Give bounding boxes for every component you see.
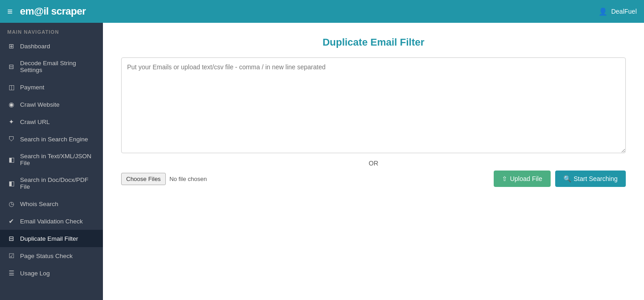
sidebar-item-email-validation[interactable]: ✔ Email Validation Check xyxy=(0,212,103,230)
page-title: Duplicate Email Filter xyxy=(121,36,626,48)
logo: em@il scraper xyxy=(20,5,86,17)
sidebar-item-label: Duplicate Email Filter xyxy=(20,235,78,242)
sidebar-item-search-doc[interactable]: ◧ Search in Doc/Docx/PDF File xyxy=(0,171,103,195)
start-button-label: Start Searching xyxy=(574,175,618,182)
header-left: ≡ em@il scraper xyxy=(7,5,86,17)
username: DealFuel xyxy=(611,8,637,15)
file-input-wrap: Choose Files No file chosen xyxy=(121,173,207,185)
sidebar-item-label: Dashboard xyxy=(20,43,50,50)
user-menu[interactable]: 👤 DealFuel xyxy=(598,7,637,16)
user-icon: 👤 xyxy=(598,7,608,16)
dashboard-icon: ⊞ xyxy=(7,42,15,50)
sidebar-item-label: Email Validation Check xyxy=(20,218,83,225)
email-textarea[interactable] xyxy=(121,57,626,153)
sidebar-item-search-text[interactable]: ◧ Search in Text/XML/JSON File xyxy=(0,148,103,171)
choose-files-button[interactable]: Choose Files xyxy=(121,173,166,185)
sidebar-item-label: Search in Search Engine xyxy=(20,136,88,143)
email-validation-icon: ✔ xyxy=(7,217,15,225)
sidebar-item-usage-log[interactable]: ☰ Usage Log xyxy=(0,264,103,282)
sidebar-item-label: Usage Log xyxy=(20,270,50,277)
upload-button-label: Upload File xyxy=(510,175,542,182)
sidebar-item-label: Crawl Website xyxy=(20,101,60,108)
action-buttons: ⇧ Upload File 🔍 Start Searching xyxy=(494,171,626,187)
sidebar-item-dashboard[interactable]: ⊞ Dashboard xyxy=(0,37,103,55)
sidebar-item-duplicate-filter[interactable]: ⊟ Duplicate Email Filter xyxy=(0,230,103,247)
sidebar-item-label: Payment xyxy=(20,84,44,91)
sidebar-item-label: Search in Doc/Docx/PDF File xyxy=(20,176,96,190)
sidebar-item-page-status[interactable]: ☑ Page Status Check xyxy=(0,247,103,264)
sidebar-item-whois[interactable]: ◷ Whois Search xyxy=(0,195,103,212)
header: ≡ em@il scraper 👤 DealFuel xyxy=(0,0,644,23)
hamburger-icon[interactable]: ≡ xyxy=(7,6,13,17)
sidebar-item-search-engine[interactable]: ⛉ Search in Search Engine xyxy=(0,130,103,148)
sidebar-item-crawl-website[interactable]: ◉ Crawl Website xyxy=(0,96,103,113)
or-divider: OR xyxy=(121,160,626,167)
sidebar-item-label: Whois Search xyxy=(20,201,58,207)
sidebar-item-label: Crawl URL xyxy=(20,119,50,125)
sidebar-item-payment[interactable]: ◫ Payment xyxy=(0,78,103,96)
duplicate-filter-icon: ⊟ xyxy=(7,235,15,242)
crawl-website-icon: ◉ xyxy=(7,101,15,108)
sidebar-item-label: Page Status Check xyxy=(20,253,73,259)
whois-icon: ◷ xyxy=(7,200,15,207)
start-searching-button[interactable]: 🔍 Start Searching xyxy=(555,171,626,187)
search-text-icon: ◧ xyxy=(7,156,15,163)
sidebar-item-crawl-url[interactable]: ✦ Crawl URL xyxy=(0,113,103,130)
sidebar-item-label: Search in Text/XML/JSON File xyxy=(20,153,96,166)
search-icon: 🔍 xyxy=(563,175,571,182)
crawl-url-icon: ✦ xyxy=(7,118,15,125)
upload-icon: ⇧ xyxy=(502,175,507,182)
layout: MAIN NAVIGATION ⊞ Dashboard ⊟ Decode Ema… xyxy=(0,23,644,300)
sidebar-item-label: Decode Email String Settings xyxy=(20,60,96,73)
search-engine-icon: ⛉ xyxy=(7,135,15,143)
file-row: Choose Files No file chosen ⇧ Upload Fil… xyxy=(121,171,626,187)
sidebar-item-decode-email[interactable]: ⊟ Decode Email String Settings xyxy=(0,55,103,78)
sidebar-section-label: MAIN NAVIGATION xyxy=(0,23,103,37)
main-content: Duplicate Email Filter OR Choose Files N… xyxy=(103,23,644,300)
upload-file-button[interactable]: ⇧ Upload File xyxy=(494,171,551,187)
decode-icon: ⊟ xyxy=(7,63,15,70)
search-doc-icon: ◧ xyxy=(7,180,15,187)
usage-log-icon: ☰ xyxy=(7,269,15,277)
payment-icon: ◫ xyxy=(7,83,15,91)
page-status-icon: ☑ xyxy=(7,252,15,259)
sidebar: MAIN NAVIGATION ⊞ Dashboard ⊟ Decode Ema… xyxy=(0,23,103,300)
no-file-label: No file chosen xyxy=(169,176,207,182)
